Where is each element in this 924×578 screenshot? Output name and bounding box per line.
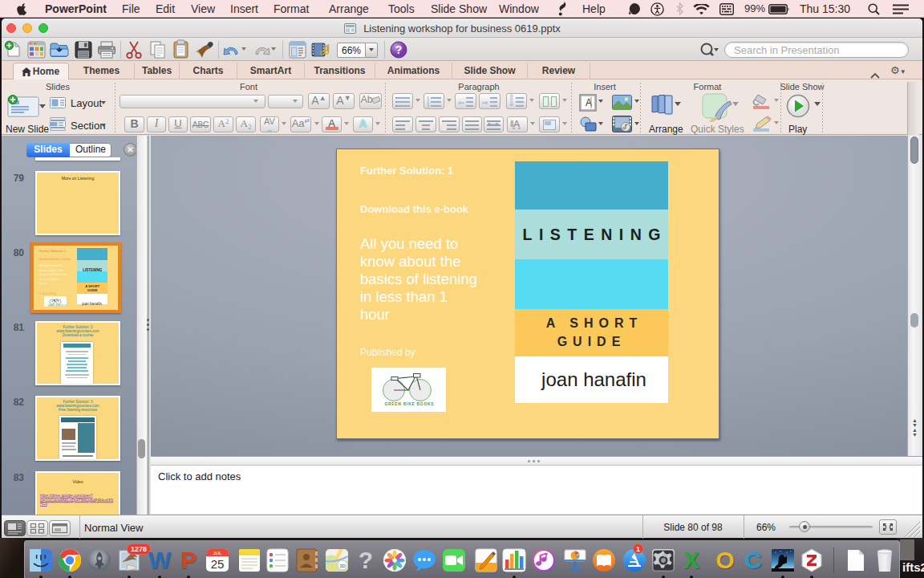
svg-text:GREEN BIKE BOOKS: GREEN BIKE BOOKS: [385, 402, 435, 406]
svg-text:3D: 3D: [339, 564, 346, 568]
svg-text:GREEN BIKE BOOKS: GREEN BIKE BOOKS: [48, 304, 67, 307]
svg-text:JUL: JUL: [213, 551, 222, 556]
svg-text:?: ?: [395, 43, 403, 56]
svg-text:25: 25: [211, 557, 225, 571]
